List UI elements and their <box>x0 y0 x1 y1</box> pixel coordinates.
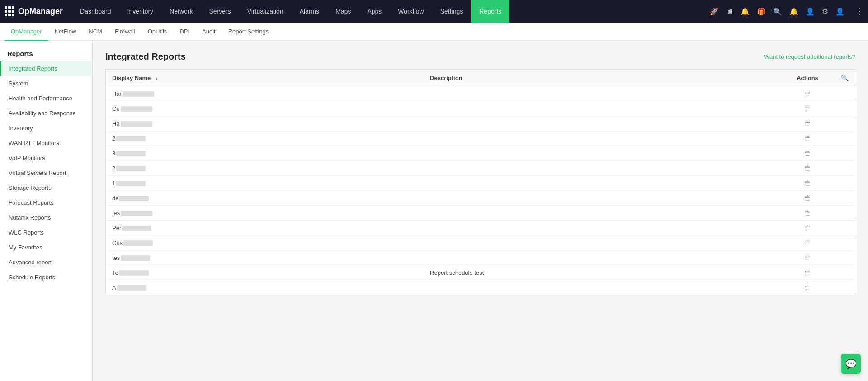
row-display-name[interactable]: Per <box>106 221 424 235</box>
sidebar-item-wan-rtt[interactable]: WAN RTT Monitors <box>0 136 92 151</box>
page-title: Integrated Reports <box>105 52 186 62</box>
sidebar-item-voip[interactable]: VoIP Monitors <box>0 151 92 165</box>
subnav-netflow[interactable]: NetFlow <box>48 23 83 41</box>
sidebar-item-my-favorites[interactable]: My Favorites <box>0 240 92 255</box>
nav-alarms[interactable]: Alarms <box>292 0 328 23</box>
row-display-name[interactable]: Har <box>106 86 424 101</box>
subnav-report-settings[interactable]: Report Settings <box>222 23 275 41</box>
row-display-name[interactable]: Cu <box>106 101 424 116</box>
row-display-name[interactable]: tes <box>106 206 424 221</box>
row-display-name[interactable]: Ha <box>106 116 424 131</box>
sidebar-item-health-performance[interactable]: Health and Performance <box>0 91 92 106</box>
sidebar-item-nutanix-reports[interactable]: Nutanix Reports <box>0 210 92 225</box>
delete-icon[interactable]: 🗑 <box>804 239 811 246</box>
sort-icon[interactable]: ▲ <box>154 76 159 81</box>
chat-icon: 💬 <box>845 358 857 369</box>
sidebar-item-integrated-reports[interactable]: Integrated Reports <box>0 61 92 76</box>
delete-icon[interactable]: 🗑 <box>804 90 811 97</box>
bell-icon[interactable]: 🔔 <box>741 7 750 16</box>
subnav-opmanager[interactable]: OpManager <box>5 23 48 41</box>
nav-reports[interactable]: Reports <box>471 0 509 23</box>
delete-icon[interactable]: 🗑 <box>804 194 811 202</box>
nav-maps[interactable]: Maps <box>327 0 359 23</box>
delete-icon[interactable]: 🗑 <box>804 120 811 127</box>
row-display-name[interactable]: Te <box>106 265 424 280</box>
sidebar-item-advanced-report[interactable]: Advanced report <box>0 255 92 270</box>
row-actions: 🗑 <box>780 86 835 101</box>
delete-icon[interactable]: 🗑 <box>804 254 811 261</box>
name-prefix: Per <box>112 225 121 231</box>
row-description <box>424 116 780 131</box>
rocket-icon[interactable]: 🚀 <box>710 7 719 16</box>
row-extra <box>835 161 855 176</box>
avatar-icon[interactable]: 👤 <box>835 7 844 16</box>
nav-workflow[interactable]: Workflow <box>390 0 432 23</box>
nav-inventory[interactable]: Inventory <box>119 0 162 23</box>
row-display-name[interactable]: A <box>106 280 424 295</box>
row-display-name[interactable]: 2 <box>106 131 424 146</box>
user-icon[interactable]: 👤 <box>806 7 815 16</box>
delete-icon[interactable]: 🗑 <box>804 209 811 216</box>
delete-icon[interactable]: 🗑 <box>804 150 811 157</box>
sidebar-item-wlc-reports[interactable]: WLC Reports <box>0 225 92 240</box>
logo-area[interactable]: OpManager <box>5 6 63 16</box>
request-additional-reports-link[interactable]: Want to request additional reports? <box>764 53 855 60</box>
row-display-name[interactable]: 1 <box>106 176 424 191</box>
nav-servers[interactable]: Servers <box>201 0 239 23</box>
name-prefix: Cus <box>112 240 123 246</box>
subnav-firewall[interactable]: Firewall <box>108 23 142 41</box>
more-options-icon[interactable]: ⋮ <box>855 6 863 16</box>
name-prefix: Ha <box>112 120 120 127</box>
name-redacted <box>116 151 146 156</box>
subnav-ncm[interactable]: NCM <box>82 23 108 41</box>
name-prefix: tes <box>112 210 120 216</box>
sidebar-item-forecast-reports[interactable]: Forecast Reports <box>0 195 92 210</box>
gear-icon[interactable]: ⚙ <box>822 7 828 16</box>
table-row: tes🗑 <box>106 206 855 221</box>
name-redacted <box>117 285 146 291</box>
delete-icon[interactable]: 🗑 <box>804 224 811 231</box>
gift-icon[interactable]: 🎁 <box>757 7 766 16</box>
row-display-name[interactable]: tes <box>106 250 424 265</box>
row-display-name[interactable]: 3 <box>106 146 424 161</box>
subnav-audit[interactable]: Audit <box>196 23 222 41</box>
nav-apps[interactable]: Apps <box>359 0 390 23</box>
subnav-oputils[interactable]: OpUtils <box>142 23 174 41</box>
sidebar: Reports Integrated Reports System Health… <box>0 41 93 381</box>
name-redacted <box>119 196 149 201</box>
row-description <box>424 280 780 295</box>
row-display-name[interactable]: 2 <box>106 161 424 176</box>
row-display-name[interactable]: Cus <box>106 235 424 250</box>
nav-dashboard[interactable]: Dashboard <box>72 0 119 23</box>
table-search-icon[interactable]: 🔍 <box>841 74 849 81</box>
delete-icon[interactable]: 🗑 <box>804 269 811 276</box>
nav-network[interactable]: Network <box>161 0 201 23</box>
nav-virtualization[interactable]: Virtualization <box>239 0 292 23</box>
delete-icon[interactable]: 🗑 <box>804 135 811 142</box>
delete-icon[interactable]: 🗑 <box>804 284 811 291</box>
table-row: 2🗑 <box>106 131 855 146</box>
notification-icon[interactable]: 🔔 <box>789 7 798 16</box>
nav-settings[interactable]: Settings <box>432 0 472 23</box>
delete-icon[interactable]: 🗑 <box>804 165 811 172</box>
subnav-dpi[interactable]: DPI <box>173 23 196 41</box>
top-icons: 🚀 🖥 🔔 🎁 🔍 🔔 👤 ⚙ 👤 ⋮ <box>710 6 863 16</box>
monitor-icon[interactable]: 🖥 <box>726 7 733 15</box>
chat-widget[interactable]: 💬 <box>841 354 861 374</box>
search-icon[interactable]: 🔍 <box>773 7 782 16</box>
top-navigation: OpManager Dashboard Inventory Network Se… <box>0 0 868 23</box>
col-actions: Actions <box>780 70 835 86</box>
sidebar-item-storage-reports[interactable]: Storage Reports <box>0 180 92 195</box>
sidebar-item-availability-response[interactable]: Availability and Response <box>0 106 92 121</box>
sidebar-item-virtual-servers[interactable]: Virtual Servers Report <box>0 165 92 180</box>
row-description <box>424 86 780 101</box>
name-prefix: Cu <box>112 105 120 112</box>
row-display-name[interactable]: de <box>106 191 424 206</box>
sidebar-item-inventory[interactable]: Inventory <box>0 121 92 136</box>
delete-icon[interactable]: 🗑 <box>804 179 811 187</box>
table-row: Per🗑 <box>106 221 855 235</box>
sidebar-item-schedule-reports[interactable]: Schedule Reports <box>0 270 92 285</box>
main-menu: Dashboard Inventory Network Servers Virt… <box>72 0 710 23</box>
sidebar-item-system[interactable]: System <box>0 76 92 91</box>
delete-icon[interactable]: 🗑 <box>804 105 811 112</box>
